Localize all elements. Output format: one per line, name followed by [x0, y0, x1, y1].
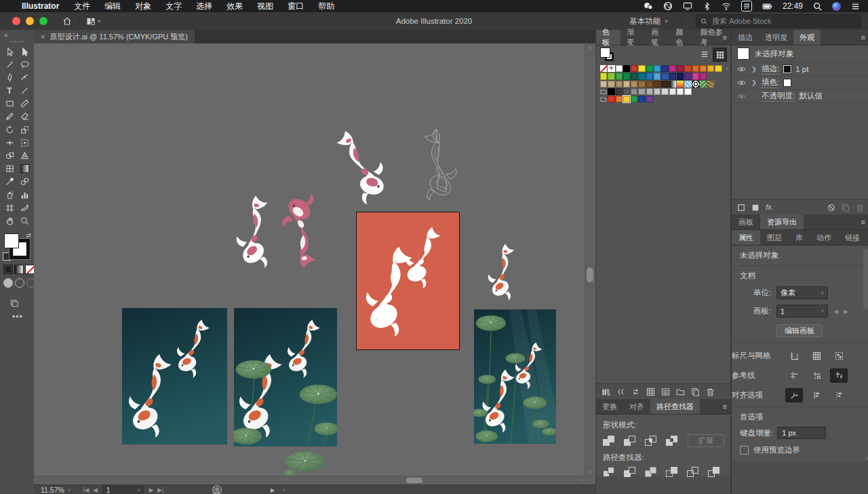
menu-item-8[interactable]: 帮助 [318, 1, 334, 12]
unit-select[interactable]: 像素 ˅ [776, 286, 828, 299]
swatch-folder[interactable] [600, 88, 607, 95]
duplicate-item-button[interactable] [842, 201, 850, 213]
swatch[interactable] [608, 88, 614, 95]
swatch[interactable] [669, 65, 676, 72]
scroll-down-icon[interactable]: ˅ [585, 469, 595, 475]
pathfinder-minusB[interactable] [708, 467, 719, 477]
zoom-level-control[interactable]: 11.57% ˅ [41, 486, 71, 494]
pathfinder-merge[interactable] [645, 467, 656, 477]
delete-item-button[interactable] [856, 201, 864, 213]
tab-appearance-描边[interactable]: 描边 [732, 30, 759, 45]
stroke-label[interactable]: 描边: [762, 64, 779, 75]
swatch[interactable] [677, 65, 684, 72]
swatch[interactable] [623, 81, 630, 88]
perspective-grid-tool[interactable] [17, 151, 32, 162]
add-stroke-button[interactable] [737, 201, 745, 213]
pathfinder-outline[interactable] [687, 467, 698, 477]
add-effect-button[interactable]: fx. [766, 203, 774, 211]
swatch[interactable] [600, 81, 607, 88]
stroke-color-swatch[interactable] [783, 65, 791, 73]
appearance-stroke-row[interactable]: ❯ 描边: 1 pt [732, 62, 868, 76]
scroll-right-icon[interactable]: › [581, 476, 583, 484]
artboard-select[interactable]: 1 ˅ [776, 305, 828, 318]
swatch[interactable] [631, 81, 637, 88]
home-icon[interactable] [62, 16, 72, 26]
tab-pathfinder-变换[interactable]: 变换 [596, 399, 623, 414]
creative-cloud-icon[interactable] [663, 1, 673, 11]
wifi-icon[interactable] [722, 1, 731, 11]
swatch[interactable] [623, 73, 630, 79]
vertical-scroll-thumb[interactable] [587, 267, 593, 282]
swatch-pat-ring[interactable] [692, 81, 699, 88]
lock-guides-button[interactable] [808, 369, 825, 382]
artboard-red[interactable] [356, 212, 460, 350]
document-tab[interactable]: × 原型设计.ai @ 11.57% (CMYK/GPU 预览) [34, 30, 195, 43]
menu-item-0[interactable]: 文件 [74, 1, 90, 12]
swatch[interactable] [654, 65, 660, 72]
add-fill-button[interactable] [751, 201, 760, 213]
panel-menu-icon[interactable]: ≡ [723, 33, 727, 41]
appearance-fill-row[interactable]: ❯ 填色: [732, 76, 868, 90]
type-tool[interactable]: T [2, 86, 17, 96]
draw-normal-button[interactable] [3, 278, 13, 288]
swatch[interactable] [661, 73, 668, 79]
canvas-horizontal-scrollbar[interactable]: › [34, 476, 595, 484]
swatch[interactable] [707, 65, 714, 72]
new-swatch-icon[interactable] [691, 385, 700, 398]
display-icon[interactable] [683, 1, 692, 11]
collapse-panel-button[interactable]: « [4, 31, 8, 39]
status-collapse-icon[interactable]: ‹ [283, 487, 285, 493]
swatch[interactable] [646, 73, 653, 79]
artboard-nav-last[interactable]: ▶| [157, 487, 163, 493]
swatch-pat-blue[interactable] [684, 81, 691, 88]
eyedropper-tool[interactable] [2, 176, 17, 187]
artboard-nav-next[interactable]: ▶ [149, 487, 154, 493]
swatch-reg[interactable]: ✛ [608, 65, 614, 72]
delete-swatch-icon[interactable] [706, 385, 715, 398]
menu-item-3[interactable]: 文字 [165, 1, 182, 12]
swatch[interactable] [669, 88, 676, 95]
swatch-libraries-icon[interactable] [601, 385, 610, 398]
swatch[interactable] [646, 65, 653, 72]
menubar-clock[interactable]: 22:49 [783, 1, 803, 11]
canvas[interactable]: ˄ ˅ › [34, 43, 595, 484]
rectangle-tool[interactable] [2, 98, 17, 109]
show-rulers-button[interactable] [786, 349, 802, 362]
swatch[interactable] [646, 96, 653, 102]
menu-item-5[interactable]: 效果 [226, 1, 243, 12]
swatch-kinds-menu-icon[interactable] [616, 385, 625, 398]
paintbrush-tool[interactable] [17, 98, 32, 109]
swatch[interactable] [616, 65, 623, 72]
tab-properties-动作[interactable]: 动作 [810, 230, 838, 245]
tab-properties-库[interactable]: 库 [789, 230, 810, 245]
tab-artboards-画板[interactable]: 画板 [732, 214, 760, 229]
fill-swatch[interactable] [4, 233, 19, 248]
checkbox-0[interactable] [740, 446, 749, 455]
swatch[interactable] [616, 81, 623, 88]
show-swatch-list-icon[interactable] [661, 385, 670, 398]
swatch[interactable] [654, 73, 660, 79]
swatch[interactable] [661, 88, 668, 95]
bluetooth-icon[interactable] [703, 2, 711, 11]
swatch[interactable] [631, 88, 637, 95]
window-zoom-button[interactable] [39, 17, 47, 25]
shape-mode-intersect[interactable] [645, 436, 656, 446]
snap-to-object-button[interactable] [831, 389, 847, 402]
canvas-vertical-scrollbar[interactable]: ˄ ˅ [585, 43, 595, 476]
swatch[interactable] [661, 65, 668, 72]
fill-label[interactable]: 填色: [762, 77, 779, 88]
hand-tool[interactable] [2, 215, 17, 226]
snap-to-glyph-button[interactable] [808, 389, 825, 402]
swatch[interactable] [692, 65, 699, 72]
gradient-mode-button[interactable] [14, 265, 24, 274]
snap-to-point-button[interactable] [786, 389, 802, 402]
notification-center-icon[interactable] [851, 2, 860, 11]
swatch[interactable] [616, 73, 623, 79]
swatch-pat-earth[interactable] [707, 81, 714, 88]
siri-icon[interactable] [832, 2, 841, 11]
swatch[interactable] [600, 73, 607, 79]
mesh-tool[interactable] [2, 164, 17, 174]
spotlight-icon[interactable] [813, 2, 822, 11]
search-input[interactable] [711, 16, 856, 26]
properties-scroll-down-icon[interactable]: ˅ [865, 455, 868, 461]
